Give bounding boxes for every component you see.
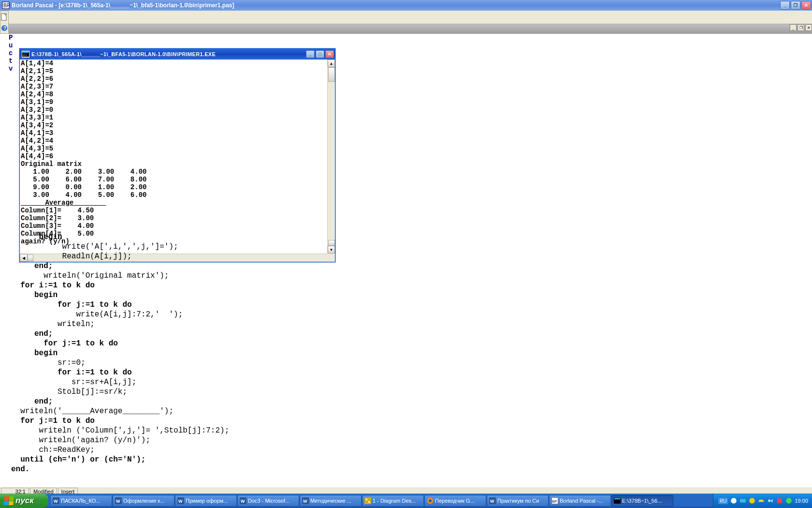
menu-bar-area [9,11,812,24]
svg-rect-2 [1,14,6,20]
taskbar-item[interactable]: Переводчик G... [424,495,486,507]
tray-icon[interactable] [767,497,774,504]
svg-text:?: ? [3,26,6,31]
svg-point-29 [731,498,737,504]
svg-text:W: W [178,499,183,504]
windows-taskbar: пуск WПАСКАЛЬ_КО... WОформление к... WПр… [0,493,812,508]
pascal-icon: BP [551,497,558,504]
tray-icon[interactable] [785,497,792,504]
console-minimize-button[interactable]: _ [306,50,315,58]
svg-text:BP: BP [3,3,10,8]
editor-client-area: P u c t v C:\ E:\378B-1\_565A-1\______~1… [9,34,812,495]
help-icon[interactable]: ? [0,22,8,33]
language-indicator[interactable]: RU [718,498,728,504]
svg-text:W: W [490,499,494,504]
console-vertical-scrollbar[interactable]: ▲ ▼ [327,60,335,254]
svg-text:C:\: C:\ [23,53,27,57]
restore-button[interactable]: ❐ [791,1,800,10]
console-icon: C:\ [22,51,29,58]
taskbar-item[interactable]: WПример оформ... [175,495,237,507]
word-icon: W [115,497,122,504]
tray-icon[interactable] [758,497,765,504]
word-icon: W [177,497,184,504]
svg-text:W: W [241,499,245,504]
svg-text:W: W [303,499,307,504]
obscured-code-fragment: P u c t v [9,34,17,73]
close-button[interactable]: ✕ [801,1,811,10]
taskbar-items: WПАСКАЛЬ_КО... WОформление к... WПример … [48,493,713,508]
start-button-label: пуск [15,496,34,506]
svg-text:W: W [116,499,120,504]
taskbar-item[interactable]: WОформление к... [113,495,174,507]
console-titlebar[interactable]: C:\ E:\378B-1\_565A-1\______~1\_BFA5-1\B… [20,49,335,60]
firefox-icon [427,497,434,504]
svg-rect-32 [778,498,782,503]
doc-close-button[interactable]: ✕ [805,24,812,31]
taskbar-item[interactable]: WПАСКАЛЬ_КО... [50,495,112,507]
taskbar-item[interactable]: WDoc3 - Microsof... [237,495,299,507]
app-icon: BP [2,1,10,9]
system-tray: RU 19:00 [713,493,812,508]
doc-minimize-button[interactable]: _ [790,24,797,31]
new-file-icon[interactable] [0,11,8,22]
word-icon: W [53,497,59,504]
svg-rect-20 [368,501,370,503]
tray-icon[interactable] [776,497,783,504]
word-icon: W [489,497,496,504]
left-toolbar: ? [0,11,9,34]
main-window-titlebar: BP Borland Pascal - [e:\378b-1\_565a-1\_… [0,0,812,11]
main-window-controls: _ ❐ ✕ [780,1,811,10]
word-icon: W [302,497,309,504]
minimize-button[interactable]: _ [780,1,790,10]
svg-rect-19 [366,499,367,500]
tray-icon[interactable] [740,497,746,504]
console-title: E:\378B-1\_565A-1\______~1\_BFA5-1\BORLA… [31,51,306,57]
scroll-thumb[interactable] [328,67,335,82]
svg-point-31 [750,498,755,504]
source-code-editor[interactable]: begin write('A[',i,',',j,']='); Readln(A… [9,232,812,495]
svg-text:W: W [54,499,58,504]
console-icon [614,497,621,504]
taskbar-item[interactable]: WМетодические ... [300,495,362,507]
svg-rect-30 [740,499,746,503]
svg-text:BP: BP [552,499,557,504]
start-button[interactable]: пуск [0,493,48,508]
svg-point-22 [429,499,432,502]
taskbar-item[interactable]: E:\378B~1\_56... [611,495,673,507]
console-close-button[interactable]: ✕ [325,50,334,58]
windows-logo-icon [3,496,14,505]
svg-rect-28 [614,498,620,499]
clock[interactable]: 19:00 [795,498,808,504]
svg-rect-18 [364,497,371,504]
output-console-window[interactable]: C:\ E:\378B-1\_565A-1\______~1\_BFA5-1\B… [19,48,335,262]
word-icon: W [240,497,246,504]
doc-restore-button[interactable]: ❐ [798,24,804,31]
console-maximize-button[interactable]: □ [316,50,324,58]
scroll-up-arrow-icon[interactable]: ▲ [328,60,335,67]
taskbar-item[interactable]: 1 - Diagram Des... [362,495,424,507]
taskbar-item[interactable]: WПрактикум по Си [487,495,549,507]
svg-point-33 [786,498,792,504]
document-toolbar: _ ❐ ✕ [9,24,812,34]
console-output[interactable]: A[1,4]=4 A[2,1]=5 A[2,2]=6 A[2,3]=7 A[2,… [20,60,327,254]
taskbar-item[interactable]: BPBorland Pascal -... [549,495,611,507]
diagram-icon [364,497,371,504]
tray-icon[interactable] [730,497,737,504]
main-window-title: Borland Pascal - [e:\378b-1\_565a-1\____… [12,2,780,9]
tray-icon[interactable] [749,497,755,504]
